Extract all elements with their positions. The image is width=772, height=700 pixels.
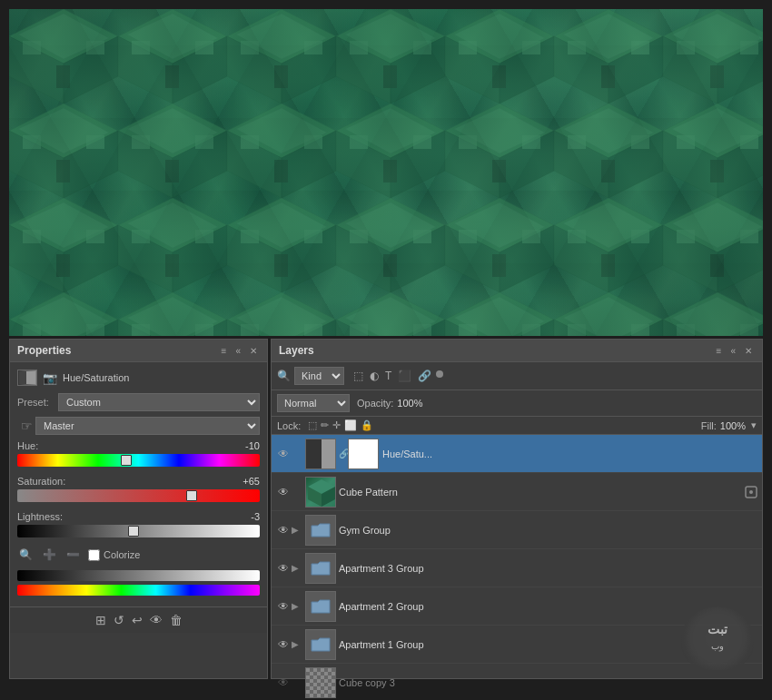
saturation-track[interactable] bbox=[17, 489, 260, 502]
colorize-checkbox[interactable] bbox=[88, 549, 100, 561]
filter-icons: ⬚ ◐ T ⬛ 🔗 bbox=[351, 369, 443, 383]
eyedropper-icon[interactable]: 🔍 bbox=[17, 547, 34, 563]
search-icon: 🔍 bbox=[277, 370, 291, 382]
layer-item[interactable]: 👁 Cube Pattern bbox=[272, 473, 762, 511]
channel-select[interactable]: Master bbox=[35, 417, 260, 435]
lock-paint-icon[interactable]: ✏ bbox=[321, 419, 329, 431]
gray-bar bbox=[17, 570, 260, 581]
layer-visibility-toggle[interactable]: 👁 bbox=[275, 486, 292, 498]
smart-object-badge bbox=[744, 485, 758, 499]
layer-visibility-toggle[interactable]: 👁 bbox=[275, 448, 292, 460]
layer-visibility-toggle[interactable]: 👁 bbox=[275, 562, 292, 575]
fill-dropdown-icon[interactable]: ▾ bbox=[751, 419, 757, 431]
panel-header-controls: ≡ « ✕ bbox=[219, 345, 260, 357]
lock-artboard-icon[interactable]: ⬜ bbox=[344, 419, 357, 431]
kind-select[interactable]: Kind bbox=[294, 367, 344, 385]
hue-thumb[interactable] bbox=[121, 455, 132, 466]
visibility-toggle-icon[interactable]: 👁 bbox=[150, 613, 163, 627]
layer-visibility-toggle[interactable]: 👁 bbox=[275, 676, 292, 689]
shape-filter-icon[interactable]: ⬛ bbox=[396, 369, 413, 383]
layer-item[interactable]: 👁 🔗 Hue/Satu... bbox=[272, 435, 762, 473]
layer-expand-arrow[interactable]: ▶ bbox=[292, 563, 302, 573]
properties-menu-btn[interactable]: ≡ bbox=[219, 345, 230, 357]
layer-mask-thumbnail bbox=[348, 439, 379, 469]
layer-item[interactable]: 👁 ▶ Apartment 3 Group bbox=[272, 549, 762, 587]
layer-item[interactable]: 👁 ▶ Gym Group bbox=[272, 511, 762, 549]
filter-dot bbox=[436, 370, 443, 378]
channel-row: ☞ Master bbox=[17, 417, 260, 435]
svg-rect-11 bbox=[306, 439, 322, 469]
layers-collapse-btn[interactable]: « bbox=[727, 345, 738, 357]
layers-title: Layers bbox=[279, 344, 314, 357]
svg-point-18 bbox=[692, 613, 743, 664]
layers-header-controls: ≡ « ✕ bbox=[714, 345, 755, 357]
lock-position-icon[interactable]: ✛ bbox=[332, 419, 341, 431]
properties-close-btn[interactable]: ✕ bbox=[247, 345, 260, 357]
layer-expand-arrow[interactable]: ▶ bbox=[292, 601, 302, 611]
properties-collapse-btn[interactable]: « bbox=[233, 345, 243, 357]
layer-name: Gym Group bbox=[339, 525, 758, 536]
blend-mode-row: Normal Opacity: 100% bbox=[272, 390, 762, 417]
preset-select[interactable]: Custom bbox=[58, 393, 260, 411]
rainbow-bar bbox=[17, 585, 260, 596]
lock-all-icon[interactable]: 🔒 bbox=[361, 419, 373, 431]
layer-expand-arrow[interactable]: ▶ bbox=[292, 525, 302, 535]
opacity-value: 100% bbox=[397, 398, 429, 409]
pixel-filter-icon[interactable]: ⬚ bbox=[351, 369, 365, 383]
saturation-thumb[interactable] bbox=[186, 490, 197, 501]
lock-transparent-icon[interactable]: ⬚ bbox=[308, 419, 317, 431]
layer-thumbnail bbox=[305, 515, 336, 546]
layer-thumbnail bbox=[305, 591, 336, 622]
layers-close-btn[interactable]: ✕ bbox=[742, 345, 755, 357]
svg-text:وب: وب bbox=[711, 641, 724, 652]
adjustment-filter-icon[interactable]: ◐ bbox=[368, 369, 381, 383]
reset-icon[interactable]: ↩ bbox=[132, 613, 143, 627]
add-sample-icon[interactable]: ➕ bbox=[41, 547, 57, 563]
bottom-panels: Properties ≡ « ✕ 📷 H bbox=[9, 339, 763, 679]
smart-filter-icon[interactable]: 🔗 bbox=[416, 369, 433, 383]
subtract-sample-icon[interactable]: ➖ bbox=[64, 547, 81, 563]
adjustment-icon bbox=[17, 370, 37, 386]
svg-rect-12 bbox=[322, 439, 336, 469]
lightness-track[interactable] bbox=[17, 525, 260, 537]
layer-expand-arrow[interactable]: ▶ bbox=[292, 639, 302, 649]
svg-rect-10 bbox=[26, 371, 35, 384]
lightness-thumb[interactable] bbox=[128, 526, 139, 537]
delete-icon[interactable]: 🗑 bbox=[170, 613, 183, 627]
canvas-area bbox=[9, 9, 763, 336]
history-icon[interactable]: ↺ bbox=[114, 613, 124, 627]
lightness-label: Lightness: bbox=[17, 511, 63, 522]
saturation-label-row: Saturation: +65 bbox=[17, 476, 260, 487]
fill-label: Fill: bbox=[701, 420, 717, 431]
preset-row: Preset: Custom bbox=[17, 393, 260, 411]
color-bars bbox=[17, 570, 260, 596]
lightness-label-row: Lightness: -3 bbox=[17, 511, 260, 522]
canvas-image bbox=[9, 9, 763, 336]
layer-name: Cube copy 3 bbox=[339, 677, 758, 688]
new-layer-icon[interactable]: ⊞ bbox=[95, 613, 106, 627]
layers-menu-btn[interactable]: ≡ bbox=[714, 345, 725, 357]
svg-rect-9 bbox=[19, 371, 26, 384]
type-filter-icon[interactable]: T bbox=[383, 369, 393, 383]
hue-value: -10 bbox=[245, 440, 260, 451]
layer-visibility-toggle[interactable]: 👁 bbox=[275, 638, 292, 651]
layer-item[interactable]: 👁 Cube copy 3 bbox=[272, 664, 762, 700]
preset-label: Preset: bbox=[17, 397, 58, 408]
hue-track[interactable] bbox=[17, 454, 260, 467]
layer-name: Cube Pattern bbox=[339, 487, 744, 498]
layer-name: Hue/Satu... bbox=[382, 449, 744, 459]
fill-value: 100% bbox=[720, 420, 746, 431]
layer-visibility-toggle[interactable]: 👁 bbox=[275, 600, 292, 613]
watermark: تبت وب bbox=[681, 606, 754, 670]
lightness-slider-group: Lightness: -3 bbox=[17, 511, 260, 537]
hand-icon: ☞ bbox=[17, 417, 35, 435]
saturation-slider-group: Saturation: +65 bbox=[17, 476, 260, 502]
camera-icon: 📷 bbox=[43, 371, 57, 385]
layer-thumbnail bbox=[305, 439, 336, 469]
blend-mode-select[interactable]: Normal bbox=[277, 394, 350, 412]
hue-label-row: Hue: -10 bbox=[17, 440, 260, 451]
layer-visibility-toggle[interactable]: 👁 bbox=[275, 524, 292, 537]
colorize-checkbox-group: Colorize bbox=[88, 549, 140, 561]
lightness-value: -3 bbox=[251, 511, 260, 522]
layer-badge bbox=[744, 447, 758, 461]
